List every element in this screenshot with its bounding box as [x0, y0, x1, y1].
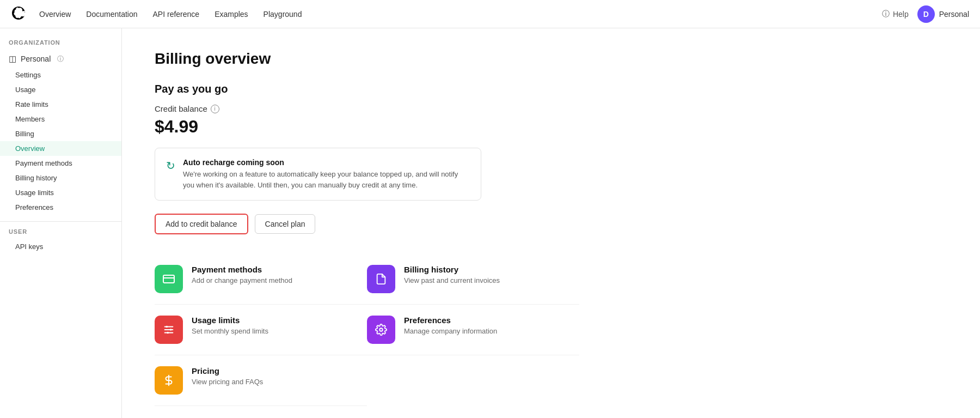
card-title-gear: Preferences — [404, 316, 497, 325]
plan-title: Pay as you go — [155, 83, 947, 95]
card-item-sliders[interactable]: Usage limits Set monthly spend limits — [155, 305, 367, 355]
sidebar-item-members[interactable]: Members — [0, 112, 121, 126]
nav-playground[interactable]: Playground — [264, 8, 302, 21]
credit-label: Credit balance — [155, 104, 207, 113]
gear-icon-box — [367, 316, 395, 344]
cards-grid: Payment methods Add or change payment me… — [155, 254, 579, 406]
card-desc-gear: Manage company information — [404, 327, 497, 335]
info-icon: ⓘ — [57, 54, 64, 64]
svg-point-6 — [170, 329, 172, 331]
recharge-desc: We're working on a feature to automatica… — [183, 169, 470, 190]
card-desc-credit-card: Add or change payment method — [192, 276, 292, 284]
nav-links: Overview Documentation API reference Exa… — [39, 8, 882, 21]
main-content: Billing overview Pay as you go Credit ba… — [122, 28, 980, 418]
user-name: Personal — [939, 10, 969, 19]
sidebar-item-overview[interactable]: Overview — [0, 141, 121, 156]
sidebar-divider — [0, 221, 121, 222]
card-text-gear: Preferences Manage company information — [404, 316, 497, 335]
recharge-icon: ↻ — [166, 159, 175, 172]
file-icon-box — [367, 265, 395, 293]
card-item-file[interactable]: Billing history View past and current in… — [367, 254, 579, 305]
org-icon: ◫ — [9, 54, 16, 64]
sliders-icon-box — [155, 316, 183, 344]
sidebar-item-billing[interactable]: Billing — [0, 126, 121, 141]
card-text-file: Billing history View past and current in… — [404, 265, 500, 284]
svg-point-8 — [379, 328, 383, 331]
card-desc-dollar: View pricing and FAQs — [192, 378, 263, 386]
card-title-file: Billing history — [404, 265, 500, 274]
sidebar: ORGANIZATION ◫ Personal ⓘ Settings Usage… — [0, 28, 122, 418]
org-section-label: ORGANIZATION — [0, 39, 121, 50]
sidebar-item-payment-methods[interactable]: Payment methods — [0, 156, 121, 171]
page-title: Billing overview — [155, 50, 947, 68]
dollar-icon-box — [155, 366, 183, 395]
help-button[interactable]: ⓘ Help — [882, 9, 909, 19]
card-text-credit-card: Payment methods Add or change payment me… — [192, 265, 292, 284]
top-nav: Overview Documentation API reference Exa… — [0, 0, 980, 28]
card-title-dollar: Pricing — [192, 366, 263, 375]
sidebar-org-name[interactable]: ◫ Personal ⓘ — [0, 50, 121, 68]
avatar: D — [917, 5, 935, 23]
action-buttons: Add to credit balance Cancel plan — [155, 214, 947, 234]
layout: ORGANIZATION ◫ Personal ⓘ Settings Usage… — [0, 28, 980, 418]
card-item-credit-card[interactable]: Payment methods Add or change payment me… — [155, 254, 367, 305]
svg-rect-0 — [163, 275, 174, 283]
nav-api-reference[interactable]: API reference — [153, 8, 200, 21]
nav-right: ⓘ Help D Personal — [882, 5, 969, 23]
sidebar-item-api-keys[interactable]: API keys — [0, 239, 121, 254]
auto-recharge-box: ↻ Auto recharge coming soon We're workin… — [155, 148, 481, 201]
credit-label-row: Credit balance i — [155, 104, 947, 113]
card-title-sliders: Usage limits — [192, 316, 268, 325]
card-item-gear[interactable]: Preferences Manage company information — [367, 305, 579, 355]
card-title-credit-card: Payment methods — [192, 265, 292, 274]
user-section-label: USER — [0, 228, 121, 239]
sidebar-item-rate-limits[interactable]: Rate limits — [0, 97, 121, 112]
recharge-title: Auto recharge coming soon — [183, 158, 470, 167]
credit-card-icon-box — [155, 265, 183, 293]
card-desc-file: View past and current invoices — [404, 276, 500, 284]
card-desc-sliders: Set monthly spend limits — [192, 327, 268, 335]
card-text-sliders: Usage limits Set monthly spend limits — [192, 316, 268, 335]
svg-point-5 — [166, 326, 168, 328]
sidebar-item-billing-history[interactable]: Billing history — [0, 171, 121, 185]
card-text-dollar: Pricing View pricing and FAQs — [192, 366, 263, 386]
svg-point-7 — [167, 332, 169, 334]
nav-documentation[interactable]: Documentation — [86, 8, 137, 21]
sidebar-item-preferences[interactable]: Preferences — [0, 200, 121, 215]
logo[interactable] — [11, 5, 26, 23]
card-item-dollar[interactable]: Pricing View pricing and FAQs — [155, 355, 367, 406]
nav-examples[interactable]: Examples — [215, 8, 248, 21]
sidebar-item-usage[interactable]: Usage — [0, 82, 121, 97]
nav-overview[interactable]: Overview — [39, 8, 71, 21]
help-circle-icon: ⓘ — [882, 9, 890, 19]
sidebar-item-usage-limits[interactable]: Usage limits — [0, 185, 121, 200]
user-menu-button[interactable]: D Personal — [917, 5, 969, 23]
sidebar-item-settings[interactable]: Settings — [0, 68, 121, 82]
cancel-plan-button[interactable]: Cancel plan — [255, 214, 316, 234]
sidebar-org-label: Personal — [21, 54, 51, 63]
help-label: Help — [893, 10, 909, 19]
credit-info-icon[interactable]: i — [211, 105, 219, 113]
add-to-credit-balance-button[interactable]: Add to credit balance — [155, 214, 248, 234]
credit-amount: $4.99 — [155, 117, 947, 137]
